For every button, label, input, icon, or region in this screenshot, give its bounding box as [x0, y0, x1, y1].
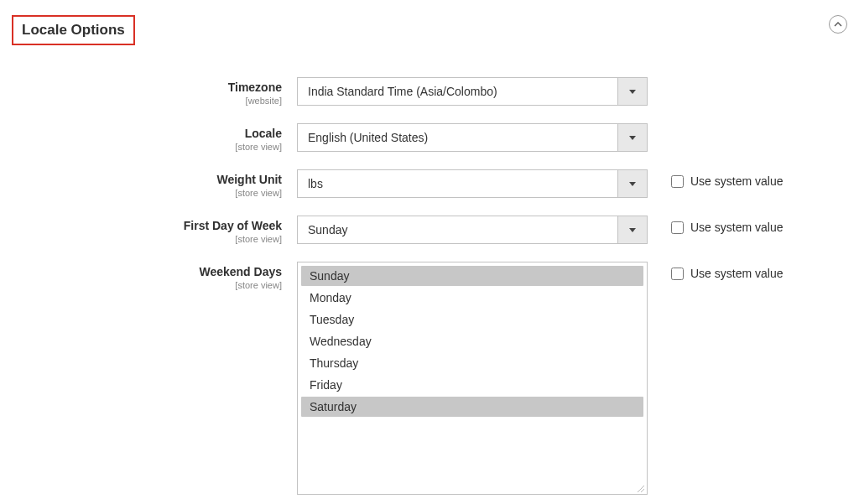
first-day-label: First Day of Week: [12, 219, 282, 233]
weekend-days-option[interactable]: Monday: [301, 288, 643, 308]
chevron-down-icon: [617, 170, 647, 197]
first-day-select[interactable]: Sunday: [297, 216, 648, 244]
timezone-label: Timezone: [12, 81, 282, 95]
weekend-days-option[interactable]: Thursday: [301, 353, 643, 373]
svg-line-1: [641, 489, 644, 492]
weekend-days-option[interactable]: Friday: [301, 375, 643, 395]
weekend-days-system-label: Use system value: [690, 267, 783, 280]
weight-unit-select[interactable]: lbs: [297, 169, 648, 198]
chevron-down-icon: [617, 124, 647, 151]
weight-unit-system-checkbox[interactable]: [671, 175, 684, 188]
timezone-select[interactable]: India Standard Time (Asia/Colombo): [297, 77, 648, 106]
weekend-days-option[interactable]: Sunday: [301, 266, 643, 286]
weekend-days-option[interactable]: Saturday: [301, 397, 643, 417]
first-day-system-label: Use system value: [690, 221, 783, 234]
locale-select[interactable]: English (United States): [297, 123, 648, 152]
first-day-scope: [store view]: [12, 234, 282, 245]
collapse-button[interactable]: [829, 15, 847, 34]
timezone-value: India Standard Time (Asia/Colombo): [298, 78, 617, 105]
chevron-down-icon: [617, 216, 647, 243]
first-day-value: Sunday: [298, 216, 617, 243]
first-day-system-checkbox[interactable]: [671, 221, 684, 234]
weekend-days-system-checkbox[interactable]: [671, 268, 684, 280]
locale-value: English (United States): [298, 124, 617, 151]
chevron-down-icon: [617, 78, 647, 105]
section-title: Locale Options: [12, 15, 135, 45]
weekend-days-option[interactable]: Tuesday: [301, 309, 643, 330]
weight-unit-label: Weight Unit: [12, 173, 282, 187]
locale-scope: [store view]: [12, 142, 282, 153]
weekend-days-option[interactable]: Wednesday: [301, 331, 643, 351]
locale-label: Locale: [12, 127, 282, 141]
weight-unit-value: lbs: [298, 170, 617, 197]
weight-unit-scope: [store view]: [12, 188, 282, 199]
timezone-scope: [website]: [12, 96, 282, 107]
weekend-days-scope: [store view]: [12, 280, 282, 291]
weekend-days-label: Weekend Days: [12, 265, 282, 279]
resize-handle-icon[interactable]: [635, 482, 645, 492]
weekend-days-multiselect[interactable]: Sunday Monday Tuesday Wednesday Thursday…: [297, 262, 648, 495]
weight-unit-system-label: Use system value: [690, 174, 783, 188]
svg-line-0: [638, 486, 644, 492]
